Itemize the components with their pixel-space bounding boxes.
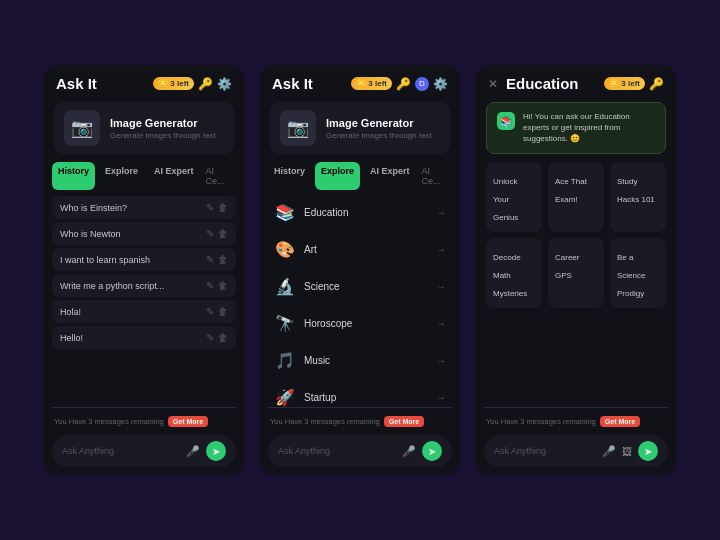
send-button[interactable]: ➤: [422, 441, 442, 461]
panel-header: Ask It 🪙 3 left 🔑 D ⚙️: [260, 65, 460, 98]
list-item[interactable]: 🔬 Science →: [268, 270, 452, 303]
list-item[interactable]: I want to learn spanish ✎ 🗑: [52, 248, 236, 271]
horoscope-icon: 🔭: [274, 314, 296, 333]
education-icon: 📚: [274, 203, 296, 222]
edit-icon[interactable]: ✎: [206, 332, 214, 343]
send-button[interactable]: ➤: [206, 441, 226, 461]
tab-history[interactable]: History: [268, 162, 311, 190]
key-icon: 🔑: [396, 77, 411, 91]
input-area[interactable]: Ask Anything 🎤 ➤: [52, 435, 236, 467]
explore-item-left: 🚀 Startup: [274, 388, 336, 407]
image-gen-card[interactable]: 📷 Image Generator Generate images throug…: [54, 102, 234, 154]
history-text: Hello!: [60, 333, 206, 343]
list-item[interactable]: 🎵 Music →: [268, 344, 452, 377]
edit-icon[interactable]: ✎: [206, 254, 214, 265]
image-gen-title: Image Generator: [110, 117, 216, 129]
mic-icon[interactable]: 🎤: [186, 445, 200, 458]
edu-card[interactable]: Unlock Your Genius: [486, 162, 542, 232]
status-text: You Have 3 messages remaining: [270, 417, 380, 426]
tab-explore[interactable]: Explore: [99, 162, 144, 190]
input-area[interactable]: Ask Anything 🎤 ➤: [268, 435, 452, 467]
list-item[interactable]: Who is Newton ✎ 🗑: [52, 222, 236, 245]
edit-icon[interactable]: ✎: [206, 202, 214, 213]
history-actions: ✎ 🗑: [206, 228, 228, 239]
get-more-button[interactable]: Get More: [168, 416, 208, 427]
mic-icon[interactable]: 🎤: [402, 445, 416, 458]
list-item[interactable]: Hola! ✎ 🗑: [52, 300, 236, 323]
get-more-button[interactable]: Get More: [384, 416, 424, 427]
history-text: Hola!: [60, 307, 206, 317]
startup-icon: 🚀: [274, 388, 296, 407]
image-icon[interactable]: 🖼: [622, 446, 632, 457]
list-item[interactable]: Who is Einstein? ✎ 🗑: [52, 196, 236, 219]
header-badges: 🪙 3 left 🔑: [604, 77, 664, 91]
explore-item-left: 🔬 Science: [274, 277, 340, 296]
trash-icon[interactable]: 🗑: [218, 306, 228, 317]
tab-explore[interactable]: Explore: [315, 162, 360, 190]
edit-icon[interactable]: ✎: [206, 306, 214, 317]
edu-card-text: Ace That Exam!: [555, 177, 587, 204]
arrow-icon: →: [436, 392, 446, 403]
mic-icon[interactable]: 🎤: [602, 445, 616, 458]
trash-icon[interactable]: 🗑: [218, 332, 228, 343]
edu-card[interactable]: Be a Science Prodigy: [610, 238, 666, 308]
coin-label: 3 left: [368, 79, 387, 88]
list-item[interactable]: 🚀 Startup →: [268, 381, 452, 407]
divider: [268, 407, 452, 408]
edu-card-text: Career GPS: [555, 253, 579, 280]
image-gen-card[interactable]: 📷 Image Generator Generate images throug…: [270, 102, 450, 154]
list-item[interactable]: Hello! ✎ 🗑: [52, 326, 236, 349]
coin-label: 3 left: [170, 79, 189, 88]
gear-icon[interactable]: ⚙️: [433, 77, 448, 91]
trash-icon[interactable]: 🗑: [218, 202, 228, 213]
edu-card[interactable]: Ace That Exam!: [548, 162, 604, 232]
close-button[interactable]: ✕: [488, 77, 498, 91]
status-text: You Have 3 messages remaining: [54, 417, 164, 426]
tab-ai-expert[interactable]: AI Expert: [148, 162, 200, 190]
tab-history[interactable]: History: [52, 162, 95, 190]
edu-info-text: Hi! You can ask our Education experts or…: [523, 111, 655, 145]
tab-overflow: AI Ce...: [420, 162, 452, 190]
divider: [52, 407, 236, 408]
edit-icon[interactable]: ✎: [206, 228, 214, 239]
send-button[interactable]: ➤: [638, 441, 658, 461]
list-item[interactable]: 📚 Education →: [268, 196, 452, 229]
tab-overflow: AI Ce...: [204, 162, 236, 190]
image-gen-subtitle: Generate images through text: [326, 131, 432, 140]
camera-icon-wrap: 📷: [64, 110, 100, 146]
status-bar: You Have 3 messages remaining Get More: [260, 412, 460, 431]
list-item[interactable]: 🎨 Art →: [268, 233, 452, 266]
list-item[interactable]: 🔭 Horoscope →: [268, 307, 452, 340]
input-area[interactable]: Ask Anything 🎤 🖼 ➤: [484, 435, 668, 467]
list-item[interactable]: Write me a python script... ✎ 🗑: [52, 274, 236, 297]
discord-icon: D: [415, 77, 429, 91]
edu-card[interactable]: Study Hacks 101: [610, 162, 666, 232]
get-more-button[interactable]: Get More: [600, 416, 640, 427]
coin-icon: 🪙: [158, 79, 168, 88]
explore-item-left: 🎵 Music: [274, 351, 330, 370]
edu-card[interactable]: Career GPS: [548, 238, 604, 308]
image-gen-subtitle: Generate images through text: [110, 131, 216, 140]
explore-label: Startup: [304, 392, 336, 403]
history-text: Who is Newton: [60, 229, 206, 239]
explore-item-left: 📚 Education: [274, 203, 348, 222]
header-badges: 🪙 3 left 🔑 D ⚙️: [351, 77, 448, 91]
explore-label: Art: [304, 244, 317, 255]
panel-header: Ask It 🪙 3 left 🔑 ⚙️: [44, 65, 244, 98]
tab-ai-expert[interactable]: AI Expert: [364, 162, 416, 190]
history-actions: ✎ 🗑: [206, 280, 228, 291]
edu-info-icon: 📚: [497, 112, 515, 130]
coin-icon: 🪙: [609, 79, 619, 88]
image-gen-text: Image Generator Generate images through …: [110, 117, 216, 140]
edit-icon[interactable]: ✎: [206, 280, 214, 291]
trash-icon[interactable]: 🗑: [218, 280, 228, 291]
camera-icon-wrap: 📷: [280, 110, 316, 146]
trash-icon[interactable]: 🗑: [218, 228, 228, 239]
edu-card-text: Study Hacks 101: [617, 177, 655, 204]
edu-card[interactable]: Decode Math Mysteries: [486, 238, 542, 308]
trash-icon[interactable]: 🗑: [218, 254, 228, 265]
arrow-icon: →: [436, 244, 446, 255]
panel-title: Ask It: [272, 75, 313, 92]
edu-card-text: Unlock Your Genius: [493, 177, 518, 222]
gear-icon[interactable]: ⚙️: [217, 77, 232, 91]
